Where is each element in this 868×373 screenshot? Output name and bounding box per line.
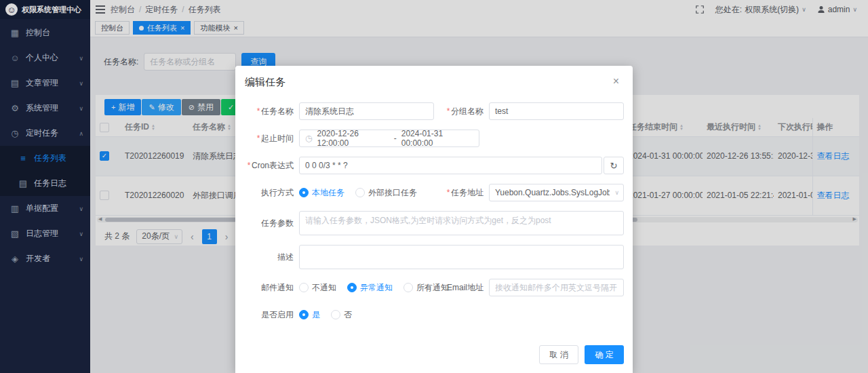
- cancel-button[interactable]: 取 消: [539, 345, 578, 364]
- dialog-footer: 取 消 确 定: [539, 345, 624, 364]
- radio-enabled-yes[interactable]: 是: [299, 309, 320, 321]
- edit-task-dialog: 编辑任务 × *任务名称 *分组名称 *起止时间 ◷ 2020-12-26 12…: [235, 66, 633, 373]
- group-name-label: *分组名称: [434, 102, 489, 120]
- radio-error-notify[interactable]: 异常通知: [347, 282, 393, 294]
- radio-icon: [299, 310, 309, 319]
- radio-no-notify[interactable]: 不通知: [299, 282, 336, 294]
- radio-enabled-no[interactable]: 否: [331, 309, 352, 321]
- time-range-label: *起止时间: [235, 130, 299, 147]
- radio-icon: [347, 283, 357, 292]
- radio-icon: [299, 283, 309, 292]
- range-end: 2024-01-31 00:00:00: [401, 129, 473, 148]
- description-field[interactable]: [299, 245, 624, 269]
- group-name-field[interactable]: [489, 102, 624, 120]
- radio-icon: [403, 283, 413, 292]
- exec-mode-label: 执行方式: [235, 184, 299, 201]
- cron-refresh-button[interactable]: ↻: [604, 157, 624, 174]
- dialog-title: 编辑任务: [245, 76, 285, 89]
- close-icon[interactable]: ×: [613, 76, 619, 87]
- cron-field[interactable]: [299, 157, 602, 174]
- range-separator: -: [394, 134, 397, 143]
- radio-icon: [355, 188, 365, 197]
- datetime-range-picker[interactable]: ◷ 2020-12-26 12:00:00 - 2024-01-31 00:00…: [299, 130, 479, 147]
- task-params-label: 任务参数: [235, 214, 299, 232]
- chevron-down-icon: ∨: [614, 189, 619, 196]
- radio-icon: [299, 188, 309, 197]
- enabled-label: 是否启用: [235, 306, 299, 323]
- email-address-field[interactable]: [489, 279, 624, 296]
- task-name-label: *任务名称: [235, 102, 299, 120]
- confirm-button[interactable]: 确 定: [585, 345, 624, 364]
- task-params-field[interactable]: [299, 211, 624, 235]
- task-name-field[interactable]: [299, 102, 434, 120]
- cron-label: *Cron表达式: [235, 157, 299, 174]
- task-address-label: *任务地址: [434, 184, 489, 201]
- radio-local-task[interactable]: 本地任务: [299, 187, 344, 199]
- task-address-select[interactable]: Yuebon.Quartz.Jobs.SysLogJob ∨: [489, 184, 624, 201]
- clock-icon: ◷: [305, 134, 312, 143]
- dialog-header: 编辑任务 ×: [235, 66, 633, 93]
- description-label: 描述: [235, 248, 299, 266]
- refresh-icon: ↻: [610, 161, 618, 171]
- dialog-body: *任务名称 *分组名称 *起止时间 ◷ 2020-12-26 12:00:00 …: [235, 93, 633, 323]
- radio-icon: [331, 310, 340, 319]
- email-notify-label: 邮件通知: [235, 279, 299, 296]
- radio-external-task[interactable]: 外部接口任务: [355, 187, 417, 199]
- email-address-label: Email地址: [434, 279, 489, 296]
- range-start: 2020-12-26 12:00:00: [317, 129, 389, 148]
